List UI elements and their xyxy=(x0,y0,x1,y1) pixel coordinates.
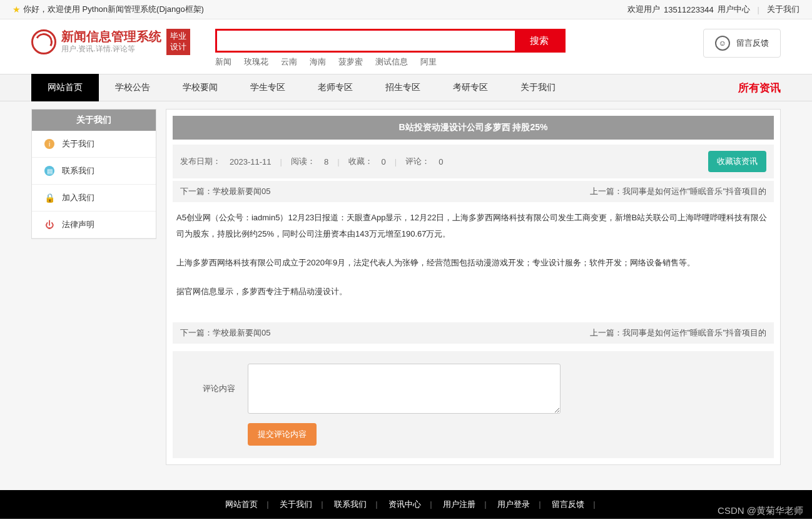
search-input[interactable] xyxy=(217,31,515,51)
topbar-left: ★ 你好，欢迎使用 Python新闻管理系统(Django框架) xyxy=(13,4,204,15)
hotword[interactable]: 阿里 xyxy=(420,56,437,68)
search-button[interactable]: 搜索 xyxy=(515,31,564,51)
footer-link[interactable]: 用户登录 xyxy=(489,499,539,509)
logo-block[interactable]: 新闻信息管理系统 用户.资讯.详情.评论等 毕业 设计 xyxy=(31,29,190,55)
nav-teacher[interactable]: 老师专区 xyxy=(302,74,369,101)
read-label: 阅读： xyxy=(291,156,315,167)
footer-link[interactable]: 资讯中心 xyxy=(380,499,430,509)
sidebar-item-label: 关于我们 xyxy=(62,138,94,150)
info-icon: i xyxy=(44,139,54,149)
next-link[interactable]: 下一篇：学校最新要闻05 xyxy=(180,186,270,197)
watermark: CSDN @黄菊华老师 xyxy=(718,505,803,517)
submit-comment-button[interactable]: 提交评论内容 xyxy=(248,423,317,446)
article-meta: 发布日期： 2023-11-11 | 阅读： 8 | 收藏： 0 | 评论： 0… xyxy=(173,145,774,178)
paragraph: 上海多萝西网络科技有限公司成立于2020年9月，法定代表人为张铮，经营范围包括动… xyxy=(176,255,770,271)
cmt-value: 0 xyxy=(439,157,443,166)
fav-value: 0 xyxy=(382,157,386,166)
content: B站投资动漫设计公司多萝西 持股25% 发布日期： 2023-11-11 | 阅… xyxy=(166,109,781,465)
hotword[interactable]: 测试信息 xyxy=(375,56,408,68)
date-value: 2023-11-11 xyxy=(230,157,272,166)
welcome-text: 你好，欢迎使用 Python新闻管理系统(Django框架) xyxy=(23,4,204,15)
footer-link[interactable]: 留言反馈 xyxy=(543,499,593,509)
welcome-user-label: 欢迎用户 xyxy=(627,4,660,15)
badge: 毕业 设计 xyxy=(166,29,190,55)
logo-text-block: 新闻信息管理系统 用户.资讯.详情.评论等 xyxy=(61,29,161,54)
nav-postgrad[interactable]: 考研专区 xyxy=(437,74,504,101)
user-center-link[interactable]: 用户中心 xyxy=(718,4,750,15)
doc-icon: ▤ xyxy=(44,166,54,176)
logo-icon xyxy=(31,29,56,54)
footer-link[interactable]: 关于我们 xyxy=(271,499,321,509)
user-phone-link[interactable]: 13511223344 xyxy=(664,5,714,14)
article-title: B站投资动漫设计公司多萝西 持股25% xyxy=(173,116,774,140)
about-link[interactable]: 关于我们 xyxy=(767,4,799,15)
read-value: 8 xyxy=(324,157,328,166)
paragraph: A5创业网（公众号：iadmin5）12月23日报道：天眼查App显示，12月2… xyxy=(176,210,770,242)
topbar-right: 欢迎用户 13511223344 用户中心 | 关于我们 xyxy=(627,4,799,15)
article-body: A5创业网（公众号：iadmin5）12月23日报道：天眼查App显示，12月2… xyxy=(173,202,774,320)
hot-words: 新闻 玫瑰花 云南 海南 菠萝蜜 测试信息 阿里 xyxy=(215,56,566,68)
nav-student[interactable]: 学生专区 xyxy=(234,74,302,101)
nav-admission[interactable]: 招生专区 xyxy=(369,74,437,101)
prev-link[interactable]: 上一篇：我同事是如何运作"睡眠音乐"抖音项目的 xyxy=(590,327,766,339)
comment-textarea[interactable] xyxy=(248,364,561,414)
nav-news[interactable]: 学校要闻 xyxy=(166,74,234,101)
footer-link[interactable]: 联系我们 xyxy=(325,499,375,509)
hotword[interactable]: 新闻 xyxy=(215,56,231,68)
hotword[interactable]: 海南 xyxy=(310,56,326,68)
comment-label: 评论内容 xyxy=(185,383,235,394)
feedback-button[interactable]: ☺ 留言反馈 xyxy=(703,29,781,58)
prev-link[interactable]: 上一篇：我同事是如何运作"睡眠音乐"抖音项目的 xyxy=(590,186,766,197)
cmt-label: 评论： xyxy=(405,156,430,167)
prevnext-bottom: 下一篇：学校最新要闻05 上一篇：我同事是如何运作"睡眠音乐"抖音项目的 xyxy=(173,322,774,344)
main: 关于我们 i 关于我们 ▤ 联系我们 🔒 加入我们 ⏻ 法律声明 B站投资动漫设… xyxy=(0,101,812,490)
hotword[interactable]: 云南 xyxy=(281,56,297,68)
hotword[interactable]: 菠萝蜜 xyxy=(338,56,363,68)
topbar: ★ 你好，欢迎使用 Python新闻管理系统(Django框架) 欢迎用户 13… xyxy=(0,0,812,19)
power-icon: ⏻ xyxy=(44,220,54,230)
comment-box: 评论内容 提交评论内容 xyxy=(173,351,774,458)
favorite-button[interactable]: 收藏该资讯 xyxy=(708,151,766,172)
search-block: 搜索 新闻 玫瑰花 云南 海南 菠萝蜜 测试信息 阿里 xyxy=(215,29,566,68)
nav-home[interactable]: 网站首页 xyxy=(31,74,99,101)
hotword[interactable]: 玫瑰花 xyxy=(244,56,268,68)
prevnext-top: 下一篇：学校最新要闻05 上一篇：我同事是如何运作"睡眠音乐"抖音项目的 xyxy=(173,181,774,202)
fav-label: 收藏： xyxy=(348,156,373,167)
copyright: Copyright © Python新闻管理系统(Django框架) 某省ICP… xyxy=(0,519,812,522)
nav-all-news[interactable]: 所有资讯 xyxy=(738,81,781,95)
footer-link[interactable]: 用户注册 xyxy=(434,499,484,509)
paragraph: 据官网信息显示，多萝西专注于精品动漫设计。 xyxy=(176,284,770,300)
nav-announcement[interactable]: 学校公告 xyxy=(99,74,166,101)
header: 新闻信息管理系统 用户.资讯.详情.评论等 毕业 设计 搜索 新闻 玫瑰花 云南… xyxy=(0,19,812,74)
main-nav: 网站首页 学校公告 学校要闻 学生专区 老师专区 招生专区 考研专区 关于我们 … xyxy=(0,74,812,101)
sidebar-item-about[interactable]: i 关于我们 xyxy=(32,131,156,158)
sidebar-item-join[interactable]: 🔒 加入我们 xyxy=(32,185,156,212)
lock-icon: 🔒 xyxy=(44,193,54,203)
next-link[interactable]: 下一篇：学校最新要闻05 xyxy=(180,327,270,339)
feedback-label: 留言反馈 xyxy=(736,38,769,49)
footer-link[interactable]: 网站首页 xyxy=(216,499,266,509)
star-icon: ★ xyxy=(13,4,21,14)
sidebar-item-label: 加入我们 xyxy=(62,192,94,203)
sidebar-item-label: 法律声明 xyxy=(62,219,94,230)
logo-title: 新闻信息管理系统 xyxy=(61,29,161,44)
logo-subtitle: 用户.资讯.详情.评论等 xyxy=(61,44,161,54)
search-row: 搜索 xyxy=(215,29,566,53)
sidebar-item-label: 联系我们 xyxy=(62,165,94,177)
sidebar-title: 关于我们 xyxy=(32,110,156,131)
separator: | xyxy=(758,5,759,14)
comment-row: 评论内容 xyxy=(185,364,761,414)
footer-nav: 网站首页| 关于我们| 联系我们| 资讯中心| 用户注册| 用户登录| 留言反馈… xyxy=(0,490,812,519)
nav-about[interactable]: 关于我们 xyxy=(504,74,572,101)
sidebar: 关于我们 i 关于我们 ▤ 联系我们 🔒 加入我们 ⏻ 法律声明 xyxy=(31,109,156,239)
date-label: 发布日期： xyxy=(180,156,221,167)
headset-icon: ☺ xyxy=(715,36,730,51)
sidebar-item-contact[interactable]: ▤ 联系我们 xyxy=(32,158,156,185)
sidebar-item-legal[interactable]: ⏻ 法律声明 xyxy=(32,212,156,238)
